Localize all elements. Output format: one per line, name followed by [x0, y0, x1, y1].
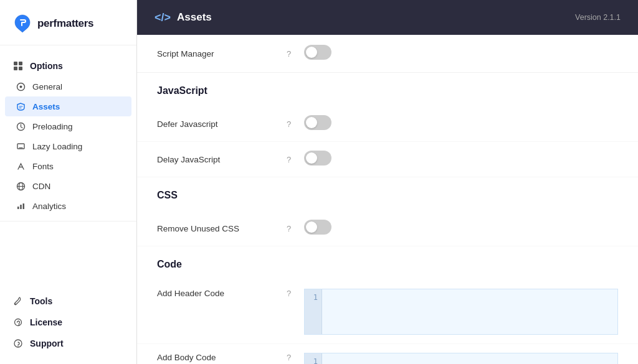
delay-javascript-toggle-control [304, 151, 331, 168]
sidebar-divider [0, 221, 136, 222]
delay-javascript-row: Delay JavaScript ? [137, 142, 638, 177]
defer-javascript-toggle[interactable] [304, 115, 331, 130]
remove-unused-css-toggle[interactable] [304, 220, 331, 235]
app-title: perfmatters [37, 17, 93, 30]
version-label: Version 2.1.1 [575, 13, 621, 22]
remove-unused-css-help-icon[interactable]: ? [287, 224, 299, 233]
page-title-area: </> Assets [155, 11, 212, 24]
general-icon [15, 81, 26, 92]
sidebar-item-cdn-label: CDN [32, 182, 50, 191]
settings-content: Script Manager ? JavaScript Defer Javasc… [137, 35, 638, 364]
sidebar-item-fonts[interactable]: Fonts [0, 156, 136, 176]
svg-rect-10 [17, 207, 19, 209]
svg-rect-2 [14, 67, 17, 70]
perfmatters-logo-icon [12, 14, 32, 34]
sidebar-item-license-label: License [30, 317, 62, 327]
main-header: </> Assets Version 2.1.1 [137, 0, 638, 35]
add-body-code-label: Add Body Code [157, 353, 282, 362]
svg-rect-12 [22, 203, 24, 209]
delay-javascript-help-icon[interactable]: ? [287, 155, 299, 164]
svg-point-13 [15, 304, 16, 305]
add-header-code-help-icon[interactable]: ? [287, 289, 299, 298]
add-header-code-textarea[interactable] [322, 289, 617, 334]
analytics-icon [15, 200, 26, 212]
assets-icon [15, 101, 26, 112]
toggle-thumb [306, 47, 317, 58]
sidebar-section-options[interactable]: Options [0, 55, 136, 77]
sidebar-item-lazy-loading[interactable]: Lazy Loading [0, 136, 136, 156]
delay-javascript-label: Delay JavaScript [157, 155, 282, 164]
support-icon [12, 338, 24, 349]
add-body-code-control: 1 [304, 353, 618, 364]
assets-header-icon: </> [155, 11, 171, 24]
remove-unused-css-label: Remove Unused CSS [157, 224, 282, 233]
sidebar-item-assets-label: Assets [32, 102, 60, 111]
script-manager-row: Script Manager ? [137, 35, 638, 73]
options-icon [12, 60, 24, 72]
sidebar-item-cdn[interactable]: CDN [0, 176, 136, 196]
toggle-thumb [306, 117, 317, 128]
page-title: Assets [177, 11, 212, 24]
preloading-icon [15, 121, 26, 132]
svg-point-5 [19, 85, 22, 88]
svg-rect-3 [19, 67, 22, 70]
defer-javascript-row: Defer Javascript ? [137, 106, 638, 142]
add-body-code-row: Add Body Code ? 1 [137, 344, 638, 364]
sidebar-bottom: Tools License Support [0, 286, 136, 364]
main-content-area: </> Assets Version 2.1.1 Script Manager … [137, 0, 638, 364]
sidebar-item-analytics[interactable]: Analytics [0, 196, 136, 216]
sidebar-item-fonts-label: Fonts [32, 162, 54, 171]
sidebar-item-preloading[interactable]: Preloading [0, 116, 136, 136]
options-label: Options [30, 61, 63, 71]
javascript-section-title: JavaScript [137, 73, 638, 106]
lazy-loading-icon [15, 141, 26, 152]
svg-point-16 [17, 345, 19, 347]
css-section-title: CSS [137, 177, 638, 211]
svg-rect-1 [19, 62, 22, 65]
script-manager-toggle[interactable] [304, 45, 331, 60]
add-body-code-textarea[interactable] [322, 353, 617, 364]
sidebar-item-tools-label: Tools [30, 296, 52, 306]
license-icon [12, 317, 24, 328]
defer-javascript-toggle-control [304, 115, 331, 133]
sidebar-item-license[interactable]: License [0, 312, 136, 333]
sidebar-item-general-label: General [32, 82, 62, 91]
add-header-code-row: Add Header Code ? 1 [137, 280, 638, 344]
logo-area: perfmatters [0, 0, 136, 45]
code-section-title: Code [137, 246, 638, 280]
sidebar-item-support-label: Support [30, 338, 64, 348]
remove-unused-css-toggle-control [304, 220, 331, 237]
sidebar-item-lazy-loading-label: Lazy Loading [32, 142, 82, 151]
add-header-code-control: 1 [304, 289, 618, 335]
add-body-code-wrapper: 1 [304, 353, 618, 364]
sidebar-item-tools[interactable]: Tools [0, 291, 136, 312]
add-header-code-label: Add Header Code [157, 289, 282, 298]
sidebar-navigation: Options General Assets [0, 45, 136, 286]
script-manager-help-icon[interactable]: ? [287, 49, 299, 58]
script-manager-label: Script Manager [157, 49, 282, 58]
add-body-code-help-icon[interactable]: ? [287, 353, 299, 362]
sidebar-item-assets[interactable]: Assets [5, 96, 131, 116]
add-body-code-gutter: 1 [305, 353, 322, 364]
tools-icon [12, 296, 24, 307]
add-header-code-wrapper: 1 [304, 289, 618, 335]
delay-javascript-toggle[interactable] [304, 151, 331, 166]
sidebar-item-preloading-label: Preloading [32, 122, 73, 131]
sidebar: perfmatters Options Gener [0, 0, 137, 364]
toggle-thumb [306, 222, 317, 233]
cdn-icon [15, 180, 26, 192]
add-header-code-gutter: 1 [305, 289, 322, 334]
script-manager-toggle-control [304, 45, 331, 62]
sidebar-item-support[interactable]: Support [0, 333, 136, 354]
remove-unused-css-row: Remove Unused CSS ? [137, 211, 638, 246]
toggle-thumb [306, 152, 317, 164]
defer-javascript-help-icon[interactable]: ? [287, 119, 299, 129]
sidebar-item-general[interactable]: General [0, 77, 136, 96]
defer-javascript-label: Defer Javascript [157, 119, 282, 129]
fonts-icon [15, 161, 26, 172]
svg-rect-11 [20, 205, 22, 209]
svg-rect-0 [14, 62, 17, 65]
sidebar-item-analytics-label: Analytics [32, 202, 66, 211]
svg-point-14 [15, 319, 22, 326]
